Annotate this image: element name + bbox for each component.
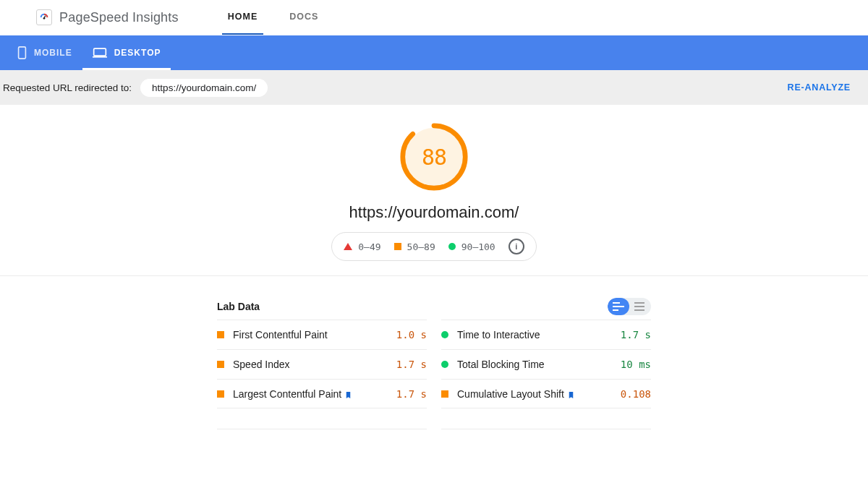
metric-row: Cumulative Layout Shift0.108 (441, 379, 651, 408)
nav-tab-label: HOME (228, 12, 258, 22)
device-tab-label: DESKTOP (114, 48, 161, 58)
svg-rect-2 (19, 47, 26, 59)
square-icon (394, 243, 401, 250)
score-number: 88 (399, 122, 469, 192)
metric-row: First Contentful Paint1.0 s (217, 320, 427, 349)
view-toggle-expanded[interactable] (608, 298, 629, 315)
device-bar: MOBILE DESKTOP (0, 35, 868, 70)
mobile-icon (17, 46, 27, 59)
metric-row: Time to Interactive1.7 s (441, 320, 651, 349)
circle-icon (441, 331, 448, 338)
metric-name: Largest Contentful Paint (233, 388, 352, 400)
metric-value: 1.7 s (621, 329, 651, 341)
legend-avg: 50–89 (394, 241, 435, 252)
metric-value: 0.108 (621, 388, 651, 400)
legend-poor: 0–49 (344, 241, 380, 252)
legend-label: 0–49 (358, 241, 380, 252)
metric-spacer (441, 408, 651, 429)
circle-icon (441, 361, 448, 368)
metric-row: Speed Index1.7 s (217, 349, 427, 379)
lab-title: Lab Data (217, 301, 260, 312)
score-gauge: 88 (399, 122, 469, 192)
info-bar: Requested URL redirected to: https://you… (0, 70, 868, 105)
score-hero: 88 https://yourdomain.com/ 0–49 50–89 90… (0, 105, 868, 276)
view-toggle-compact[interactable] (629, 298, 651, 315)
metric-name: First Contentful Paint (233, 329, 328, 341)
lab-data-section: Lab Data First Contentful Paint1.0 sSpee… (211, 298, 657, 429)
info-icon[interactable]: i (509, 239, 524, 254)
desktop-icon (93, 47, 107, 59)
metric-name: Speed Index (233, 359, 290, 370)
square-icon (217, 361, 224, 368)
nav-tab-docs[interactable]: DOCS (284, 0, 324, 35)
triangle-icon (344, 243, 352, 250)
lab-header: Lab Data (217, 298, 651, 315)
nav-tab-label: DOCS (289, 12, 318, 22)
metrics-grid: First Contentful Paint1.0 sSpeed Index1.… (217, 320, 651, 429)
nav-tabs: HOME DOCS (222, 0, 325, 35)
app-logo: PageSpeed Insights (36, 9, 179, 25)
square-icon (441, 390, 448, 398)
metric-value: 1.7 s (396, 388, 427, 400)
legend-label: 90–100 (461, 241, 495, 252)
legend-good: 90–100 (448, 241, 495, 252)
square-icon (217, 390, 224, 398)
view-toggle (608, 298, 651, 315)
redirect-label: Requested URL redirected to: (3, 82, 132, 93)
device-tab-desktop[interactable]: DESKTOP (82, 35, 171, 70)
top-header: PageSpeed Insights HOME DOCS (0, 0, 868, 35)
metric-name: Time to Interactive (457, 329, 540, 341)
device-tab-mobile[interactable]: MOBILE (7, 35, 82, 70)
analyzed-url: https://yourdomain.com/ (349, 203, 519, 222)
reanalyze-button[interactable]: RE-ANALYZE (788, 82, 851, 93)
app-title: PageSpeed Insights (59, 10, 179, 25)
device-tab-label: MOBILE (34, 48, 72, 58)
metric-value: 10 ms (621, 359, 651, 370)
svg-rect-1 (43, 15, 46, 18)
metric-value: 1.7 s (396, 359, 427, 370)
svg-rect-3 (93, 48, 106, 56)
metric-name: Cumulative Layout Shift (457, 388, 575, 400)
square-icon (217, 331, 224, 338)
metric-spacer (217, 408, 427, 429)
gauge-logo-icon (36, 9, 52, 25)
legend-label: 50–89 (407, 241, 435, 252)
metric-row: Total Blocking Time10 ms (441, 349, 651, 379)
metric-value: 1.0 s (396, 329, 427, 341)
bookmark-icon (567, 391, 575, 399)
metric-name: Total Blocking Time (457, 359, 545, 370)
bookmark-icon (344, 391, 352, 399)
metric-column: Time to Interactive1.7 sTotal Blocking T… (441, 320, 651, 429)
metric-row: Largest Contentful Paint1.7 s (217, 379, 427, 408)
score-legend: 0–49 50–89 90–100 i (331, 232, 536, 261)
nav-tab-home[interactable]: HOME (222, 0, 264, 35)
circle-icon (448, 243, 456, 250)
redirected-url: https://yourdomain.com/ (140, 79, 268, 97)
metric-column: First Contentful Paint1.0 sSpeed Index1.… (217, 320, 427, 429)
